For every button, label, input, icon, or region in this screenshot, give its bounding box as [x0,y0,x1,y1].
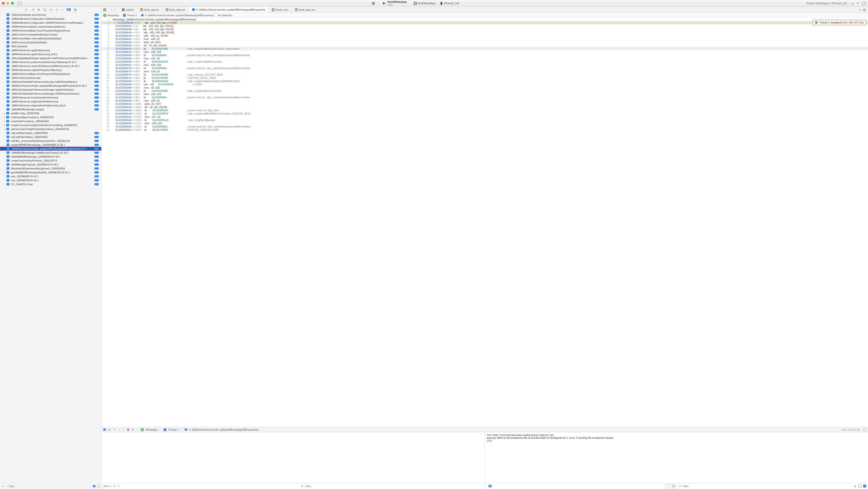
editor-tab[interactable]: mhook_objc.xm [162,7,189,12]
code-line[interactable]: 23 0x102068e8c <+84>: bl 0x102925960 ; o… [101,89,868,92]
breakpoint-item[interactable]: createUserInfoAnyPrimitive_10081DE74 [0,158,101,162]
breakpoint-status-pill[interactable] [94,92,99,95]
code-line[interactable]: 30 0x102068ea8 <+112>: bl 0x102754f10 ; … [101,112,868,115]
breakpoint-item[interactable]: -[WAABOfflineAssign assign] [0,107,101,111]
step-out-icon[interactable]: ↑ [122,428,125,431]
eye-icon[interactable]: 👁 [113,485,116,488]
breakpoint-item[interactable]: ▸initABConfig_100387638 [0,111,101,115]
code-line[interactable]: 21 0x102068e84 <+76>: cbz w0, 0x102068f3… [101,83,868,86]
breakpoint-banner[interactable]: Thread 1: breakpoint 22.1 35.1 37.1 (1) [813,20,866,25]
breakpoint-navigator-icon[interactable]: ▶ [66,8,71,11]
breakpoint-status-pill[interactable] [94,45,99,48]
filter-scope-pill[interactable]: ⋮⋮All [664,484,677,488]
breakpoint-item[interactable]: -[WANotificationConfiguration initialize… [0,17,101,21]
code-line[interactable]: 6 0x102068e48 <+16>: add x29, sp, #0x30 [101,34,868,37]
continue-icon[interactable]: ▸| [108,428,111,431]
toggle-panel-icon[interactable] [863,428,866,431]
auto-scope-selector[interactable]: Auto ≎ [103,485,112,488]
maximize-window-button[interactable] [11,2,14,5]
plus-icon[interactable]: ＋ [1,484,4,488]
bp-filter-icon[interactable] [93,485,96,487]
code-line[interactable]: 28 0x102068ea0 <+104>: ldr x0, [x8, #0x5… [101,105,868,109]
find-icon[interactable]: 🔍 [43,8,46,11]
run-button[interactable] [383,2,385,5]
code-line[interactable]: 12 0x102068e60 <+40>: bl 0x10280f40c ; s… [101,54,868,57]
breakpoint-item[interactable]: setLeafFilterValues_1005DFB54 [0,131,101,135]
breakpoint-status-pill[interactable] [94,136,99,138]
breakpoint-item[interactable]: sub_10039E8F0 ID 42.1 [0,174,101,178]
disclosure-icon[interactable]: ▸ [4,116,5,118]
breakpoint-status-pill[interactable] [94,81,99,83]
info-icon[interactable]: ⓘ [118,484,120,488]
breakpoint-item[interactable]: -[WAPreferences preferencesDictionaryToB… [0,60,101,64]
test-icon[interactable]: ◇ [56,8,58,11]
code-line[interactable]: 16 0x102068e70 <+56>: bl 0x10280f40c ; s… [101,66,868,70]
breakpoint-status-pill[interactable] [94,163,99,166]
breakpoint-status-pill[interactable] [94,33,99,36]
code-line[interactable]: 22 0x102068e88 <+80>: mov x0, x20 [101,86,868,89]
debug-icon[interactable]: ⟐ [61,8,63,11]
code-line[interactable]: 13 0x102068e64 <+44>: mov x21, x0 [101,57,868,60]
code-line[interactable]: 15 0x102068e6c <+52>: mov x29, x29 [101,63,868,66]
toggle-sidebar-icon[interactable] [18,2,22,5]
breakpoint-status-pill[interactable] [94,144,99,146]
breakpoint-item[interactable]: CC_SHA256_Final [0,182,101,186]
folder-icon[interactable]: ▢ [25,8,28,11]
breakpoint-status-pill[interactable] [94,171,99,174]
breakpoint-status-pill[interactable] [94,73,99,75]
code-line[interactable]: 8 0x102068e50 <+24>: adrp x8, 5901 [101,40,868,44]
cloud-status-icon[interactable]: ☁︎ [851,2,854,5]
breakpoint-status-pill[interactable] [94,26,99,28]
breakpoint-item[interactable]: filterAndInitExperimentAssignment_10039D… [0,166,101,170]
breakpoint-item[interactable]: -[WAUserDefaultsPreferencesStorage initW… [0,80,101,84]
code-line[interactable]: 33 0x102068eb4 <+124>: mov x29, x29 [101,122,868,125]
breakpoint-item[interactable]: ▸CollectionMapTransform_1005DFE18 [0,115,101,119]
breakpoint-item[interactable]: -[WAPreferences registerPropertyToBackup… [0,68,101,72]
issue-icon[interactable]: ⚠ [50,8,53,11]
console-filter-input[interactable] [683,485,852,488]
breakpoint-item[interactable]: -[WAContext preferences] [0,76,101,80]
code-line[interactable]: 2 -> 0x102068e38 <+0>: stp x24, x23, [sp… [101,21,868,24]
stop-button[interactable] [372,2,375,5]
run-destination-crumbs[interactable]: 🔲HookWhatsApp 〉 📱iPhone8_143 [413,2,459,5]
add-editor-icon[interactable]: ▥ [863,8,866,11]
breakpoint-item[interactable]: initWAABOfflineAssign_10039D998 ID 39.1 [0,155,101,158]
code-line[interactable]: 20 0x102068e80 <+72>: bl 0x1029044a0 ; o… [101,80,868,83]
code-line[interactable]: 26 0x102068e98 <+96>: mov x20, x0 [101,99,868,102]
breakpoint-status-pill[interactable] [94,132,99,134]
step-into-icon[interactable]: ↓ [117,428,121,431]
report-icon[interactable]: ▤ [74,8,77,11]
breakpoint-status-pill[interactable] [94,152,99,154]
breakpoint-item[interactable]: -[WhatsAppAppDelegate application:didFin… [0,56,101,60]
breakpoint-item[interactable]: -[WAPreferencesBase forcePropertiesRegis… [0,72,101,76]
breakpoint-status-pill[interactable] [94,96,99,99]
breakpoint-item[interactable]: WAContextInit [0,44,101,48]
disclosure-icon[interactable]: ▸ [4,112,5,115]
breakpoint-status-pill[interactable] [94,85,99,87]
close-window-button[interactable] [2,2,5,5]
breakpoint-status-pill[interactable] [94,22,99,24]
breakpoint-item[interactable]: +[WAPreferencesBase resolveInstanceMetho… [0,25,101,29]
breakpoint-item[interactable]: doFilter_UniverseInfoOrExperimentInfo_10… [0,139,101,143]
adjust-editor-icon[interactable]: ≡ [859,8,861,11]
code-line[interactable]: 10 0x102068e58 <+32>: bl 0x1029024a0 ; o… [101,47,868,50]
breakpoint-status-pill[interactable] [94,155,99,158]
breakpoint-item[interactable]: -[WAPreferencesBase forcePropertiesRegis… [0,29,101,32]
code-line[interactable]: 32 0x102068eb0 <+120>: bl 0x1028351c0 ; … [101,118,868,122]
breakpoint-item[interactable]: -[WARootViewController updateOfflineAssi… [0,84,101,88]
breakpoint-status-pill[interactable] [94,29,99,32]
symbol-icon[interactable]: ⧉ [37,8,40,11]
breakpoint-status-pill[interactable] [94,41,99,43]
breakpoint-item[interactable]: ▸createConcreteConfigPrimitiveBoxFromStr… [0,123,101,127]
breakpoint-item[interactable]: -[WAContextMain internalSetUpGlobalState… [0,36,101,40]
debug-view-icon[interactable]: ▦ [126,428,130,431]
step-over-icon[interactable]: ↷ [113,428,116,431]
breakpoint-item[interactable]: -[WAABOfflineAssign initWithUserContext:… [0,151,101,155]
breakpoint-item[interactable]: genWAABOfflineAssignSha256_10039E294 ID … [0,170,101,174]
code-line[interactable]: 4 0x102068e40 <+8>: stp x20, x19, [sp, #… [101,28,868,31]
breakpoint-status-pill[interactable] [94,57,99,59]
back-button[interactable]: 〈 [110,8,113,11]
code-line[interactable]: 3 0x102068e3c <+4>: stp x22, x21, [sp, #… [101,24,868,28]
breakpoint-status-pill[interactable] [94,100,99,103]
code-line[interactable]: 11 0x102068e5c <+36>: mov x29, x29 [101,50,868,54]
